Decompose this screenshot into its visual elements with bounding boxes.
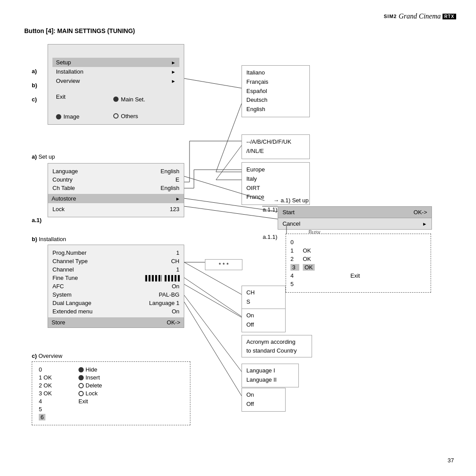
fine-tune-row: Fine Tune ▐▐▐▐▐│▐▐▐▐▐: [52, 274, 179, 282]
a11-start-label: Start: [283, 209, 294, 216]
page-number: 37: [448, 457, 454, 464]
section-b-label: b) Installation: [32, 236, 66, 242]
a1-letter: a.1): [32, 217, 41, 223]
a1-setup-right-label: → a.1) Set up: [273, 197, 309, 204]
setup-language-value: English: [160, 168, 179, 175]
ov-insert: Insert: [78, 374, 118, 381]
a11-left-label: a.1.1): [263, 206, 277, 213]
a11-start-ok: OK->: [413, 209, 427, 216]
ov-3ok: 3 OK: [39, 390, 78, 397]
autostore-label: Autostore: [52, 195, 76, 202]
lang-i: Language I: [246, 366, 294, 376]
channel-type-value: CH: [171, 258, 179, 264]
dual-language-row: Dual Language Language 1: [52, 299, 179, 307]
busy-5: 5: [290, 280, 424, 288]
svg-line-14: [184, 295, 242, 372]
svg-line-12: [184, 278, 242, 316]
btn-image[interactable]: Image: [56, 113, 79, 120]
setup-chtable-row: Ch Table English: [52, 184, 179, 192]
autostore-row[interactable]: Autostore ►: [48, 194, 184, 203]
channel-type-row: Channel Type CH: [52, 257, 179, 265]
menu-item-setup[interactable]: Setup ►: [52, 58, 179, 67]
system-italy: Italy: [246, 175, 305, 184]
extended-menu-row: Extended menu On: [52, 307, 179, 316]
busy-3: 3 OK: [290, 264, 424, 271]
country-code-2: /I/NL/E: [246, 147, 305, 156]
off-item1: Off: [246, 320, 281, 330]
busy-num-0: 0: [290, 239, 299, 245]
header: SIM2 Grand Cinema RTX: [384, 12, 456, 20]
a11-cancel-row[interactable]: Cancel ►: [278, 218, 431, 229]
image-icon: [56, 114, 61, 119]
onoff-box2: On Off: [242, 388, 286, 412]
installation-box: Prog.Number 1 Channel Type CH Channel 1 …: [48, 245, 184, 328]
setup-box: Language English Country E Ch Table Engl…: [48, 163, 184, 217]
menu-overview-label: Overview: [56, 78, 80, 84]
svg-line-0: [184, 78, 242, 88]
on-item2: On: [246, 390, 281, 400]
autostore-arrow: ►: [175, 196, 180, 201]
prog-number-value: 1: [176, 249, 179, 256]
btn-mainset[interactable]: Main Set.: [113, 95, 145, 103]
section-c-text: Overview: [38, 353, 62, 359]
brand-grand: Grand Cinema: [398, 12, 441, 20]
label-a: a): [32, 68, 37, 74]
system-europe: Europe: [246, 165, 305, 175]
busy-num-3: 3: [290, 264, 299, 271]
lang-francais: Français: [246, 78, 305, 87]
brand-rtx: RTX: [443, 14, 456, 19]
section-a-label: a) Set up: [32, 153, 55, 160]
onoff-box1: On Off: [242, 309, 286, 332]
ov-delete: Delete: [78, 382, 118, 389]
section-a1-label: a.1): [32, 217, 41, 223]
setup-chtable-label: Ch Table: [52, 185, 75, 191]
language-box: Italiano Français Español Deutsch Englis…: [242, 65, 310, 117]
busy-ok-2: OK: [303, 256, 311, 262]
btn-exit[interactable]: Exit: [56, 93, 66, 100]
section-c-letter: c): [32, 353, 37, 359]
overview-dashed-box: 0 Hide 1 OK Insert 2 OK Delete 3 OK Lock…: [32, 361, 190, 425]
btn-others[interactable]: Others: [113, 112, 138, 120]
busy-4: 4 Exit: [290, 272, 424, 279]
a1-setup-arrow: →: [273, 197, 281, 204]
menu-installation-arrow: ►: [171, 69, 176, 74]
setup-language-row: Language English: [52, 167, 179, 175]
a11-cancel-label: Cancel: [283, 220, 300, 227]
system-oirt: OIRT: [246, 184, 305, 193]
a11-busy-label: a.1.1): [263, 234, 277, 240]
afc-label: AFC: [52, 283, 64, 290]
ch-s-box: CH S: [242, 286, 286, 309]
dual-language-value: Language 1: [149, 300, 179, 306]
svg-line-1: [216, 104, 242, 172]
setup-country-row: Country E: [52, 175, 179, 184]
page-container: SIM2 Grand Cinema RTX 37 Button [4]: MAI…: [0, 0, 476, 476]
menu-item-installation[interactable]: Installation ►: [52, 67, 179, 76]
store-row[interactable]: Store OK->: [48, 317, 184, 327]
fine-tune-label: Fine Tune: [52, 275, 78, 281]
a11-text: a.1.1): [263, 206, 277, 213]
a1-setup-text: a.1) Set up: [281, 197, 309, 204]
ov-6: 6: [39, 414, 45, 420]
menu-buttons: Exit Image Main Set. Others: [52, 90, 179, 120]
svg-line-3: [216, 145, 242, 180]
system-label: System: [52, 291, 71, 298]
menu-item-overview[interactable]: Overview ►: [52, 76, 179, 86]
on-item1: On: [246, 311, 281, 320]
fine-tune-bar: ▐▐▐▐▐│▐▐▐▐▐: [143, 275, 179, 281]
a11-start-row[interactable]: Start OK->: [278, 207, 431, 218]
lang-deutsch: Deutsch: [246, 96, 305, 105]
main-menu-box: Setup ► Installation ► Overview ► Exit I…: [48, 44, 184, 125]
ov-1ok: 1 OK: [39, 374, 78, 381]
a11-cancel-arrow: ►: [422, 221, 427, 227]
ov-2ok: 2 OK: [39, 382, 78, 389]
busy-0: 0: [290, 238, 424, 246]
acronym-box: Acronym according to standard Country: [242, 335, 312, 357]
afc-row: AFC On: [52, 282, 179, 290]
extended-menu-label: Extended menu: [52, 308, 93, 315]
channel-value: 1: [176, 266, 179, 273]
setup-country-value: E: [175, 176, 179, 183]
busy-num-4: 4: [290, 272, 299, 279]
busy-2: 2 OK: [290, 255, 424, 263]
busy-dashed-box: 0 1 OK 2 OK 3 OK 4 Exit 5: [286, 234, 431, 293]
setup-country-label: Country: [52, 176, 73, 183]
